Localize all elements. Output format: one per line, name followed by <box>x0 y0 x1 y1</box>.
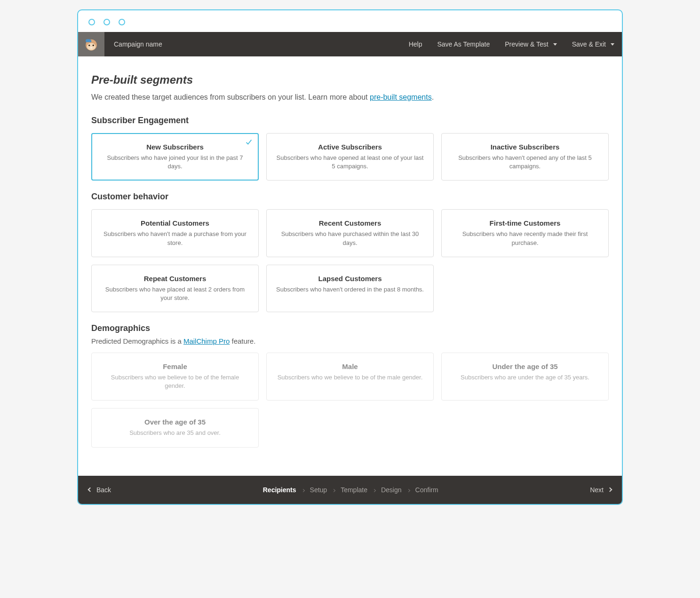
check-icon <box>245 138 253 146</box>
page-description: We created these target audiences from s… <box>91 93 609 102</box>
card-description: Subscribers who haven't opened any of th… <box>450 154 600 171</box>
segment-card-recent-customers[interactable]: Recent CustomersSubscribers who have pur… <box>266 209 434 257</box>
section-engagement-title: Subscriber Engagement <box>91 116 609 126</box>
chevron-right-icon <box>608 488 612 492</box>
next-label: Next <box>590 486 604 494</box>
wizard-step-design[interactable]: Design <box>381 486 402 494</box>
card-title: First-time Customers <box>450 219 600 227</box>
segment-card-active-subscribers[interactable]: Active SubscribersSubscribers who have o… <box>266 133 434 181</box>
wizard-step-template[interactable]: Template <box>341 486 367 494</box>
preview-test-label: Preview & Test <box>505 40 548 48</box>
svg-point-3 <box>93 45 94 46</box>
segment-card-potential-customers[interactable]: Potential CustomersSubscribers who haven… <box>91 209 259 257</box>
desc-text: . <box>432 93 434 101</box>
chevron-down-icon <box>553 43 557 46</box>
window-controls <box>78 10 622 32</box>
chevron-right-icon <box>407 487 410 493</box>
main-content: Pre-built segments We created these targ… <box>78 56 622 476</box>
window-dot <box>103 19 110 25</box>
demo-desc-text: feature. <box>230 337 255 345</box>
card-title: Over the age of 35 <box>100 418 250 426</box>
section-behavior-title: Customer behavior <box>91 192 609 202</box>
top-toolbar: Campaign name Help Save As Template Prev… <box>78 32 622 56</box>
card-title: New Subscribers <box>100 143 250 151</box>
next-button[interactable]: Next <box>590 486 612 494</box>
mailchimp-pro-link[interactable]: MailChimp Pro <box>183 337 230 345</box>
card-description: Subscribers who have recently made their… <box>450 230 600 247</box>
card-title: Inactive Subscribers <box>450 143 600 151</box>
segment-card-male: MaleSubscribers who we believe to be of … <box>266 353 434 400</box>
card-description: Subscribers who are 35 and over. <box>100 429 250 437</box>
svg-point-4 <box>90 47 92 48</box>
segment-card-under-the-age-of-35: Under the age of 35Subscribers who are u… <box>441 353 609 400</box>
segment-card-female: FemaleSubscribers who we believe to be o… <box>91 353 259 400</box>
back-button[interactable]: Back <box>88 486 111 494</box>
app-logo[interactable] <box>78 32 104 56</box>
card-description: Subscribers who have joined your list in… <box>100 154 250 171</box>
wizard-step-recipients[interactable]: Recipients <box>263 486 296 494</box>
help-label: Help <box>409 40 422 48</box>
card-title: Male <box>275 362 425 370</box>
card-title: Female <box>100 362 250 370</box>
chevron-right-icon <box>302 487 304 493</box>
chevron-right-icon <box>373 487 375 493</box>
card-description: Subscribers who haven't ordered in the p… <box>275 285 425 294</box>
page-title: Pre-built segments <box>91 73 609 87</box>
svg-point-2 <box>88 45 90 46</box>
segment-card-over-the-age-of-35: Over the age of 35Subscribers who are 35… <box>91 408 259 448</box>
save-exit-dropdown[interactable]: Save & Exit <box>565 40 622 48</box>
segment-card-inactive-subscribers[interactable]: Inactive SubscribersSubscribers who have… <box>441 133 609 181</box>
prebuilt-segments-link[interactable]: pre-built segments <box>370 93 432 101</box>
browser-window: Campaign name Help Save As Template Prev… <box>77 9 623 505</box>
card-description: Subscribers who have placed at least 2 o… <box>100 285 250 302</box>
card-description: Subscribers who we believe to be of the … <box>100 373 250 390</box>
chevron-down-icon <box>611 43 614 46</box>
save-as-template-button[interactable]: Save As Template <box>430 40 497 48</box>
card-title: Under the age of 35 <box>450 362 600 370</box>
save-exit-label: Save & Exit <box>572 40 606 48</box>
wizard-step-setup[interactable]: Setup <box>310 486 327 494</box>
segment-card-new-subscribers[interactable]: New SubscribersSubscribers who have join… <box>91 133 259 181</box>
card-title: Lapsed Customers <box>275 275 425 283</box>
preview-test-dropdown[interactable]: Preview & Test <box>497 40 564 48</box>
card-title: Active Subscribers <box>275 143 425 151</box>
card-description: Subscribers who have purchased within th… <box>275 230 425 247</box>
window-dot <box>119 19 125 25</box>
campaign-name-label: Campaign name <box>104 40 162 48</box>
demo-desc-text: Predicted Demographics is a <box>91 337 183 345</box>
bottom-toolbar: Back RecipientsSetupTemplateDesignConfir… <box>78 476 622 504</box>
demographics-card-grid: FemaleSubscribers who we believe to be o… <box>91 353 609 447</box>
segment-card-lapsed-customers[interactable]: Lapsed CustomersSubscribers who haven't … <box>266 265 434 312</box>
card-title: Repeat Customers <box>100 275 250 283</box>
card-description: Subscribers who we believe to be of the … <box>275 373 425 382</box>
svg-point-1 <box>87 43 96 50</box>
segment-card-repeat-customers[interactable]: Repeat CustomersSubscribers who have pla… <box>91 265 259 312</box>
wizard-step-confirm[interactable]: Confirm <box>415 486 438 494</box>
behavior-card-grid: Potential CustomersSubscribers who haven… <box>91 209 609 312</box>
window-dot <box>88 19 95 25</box>
card-description: Subscribers who are under the age of 35 … <box>450 373 600 382</box>
back-label: Back <box>96 486 111 494</box>
chevron-left-icon <box>88 488 93 492</box>
engagement-card-grid: New SubscribersSubscribers who have join… <box>91 133 609 181</box>
help-button[interactable]: Help <box>401 40 430 48</box>
demographics-description: Predicted Demographics is a MailChimp Pr… <box>91 337 609 345</box>
desc-text: We created these target audiences from s… <box>91 93 370 101</box>
section-demographics-title: Demographics <box>91 323 609 333</box>
card-title: Potential Customers <box>100 219 250 227</box>
card-description: Subscribers who have opened at least one… <box>275 154 425 171</box>
wizard-steps: RecipientsSetupTemplateDesignConfirm <box>111 486 590 494</box>
mailchimp-icon <box>83 36 99 52</box>
chevron-right-icon <box>333 487 335 493</box>
save-template-label: Save As Template <box>437 40 490 48</box>
card-title: Recent Customers <box>275 219 425 227</box>
card-description: Subscribers who haven't made a purchase … <box>100 230 250 247</box>
segment-card-first-time-customers[interactable]: First-time CustomersSubscribers who have… <box>441 209 609 257</box>
